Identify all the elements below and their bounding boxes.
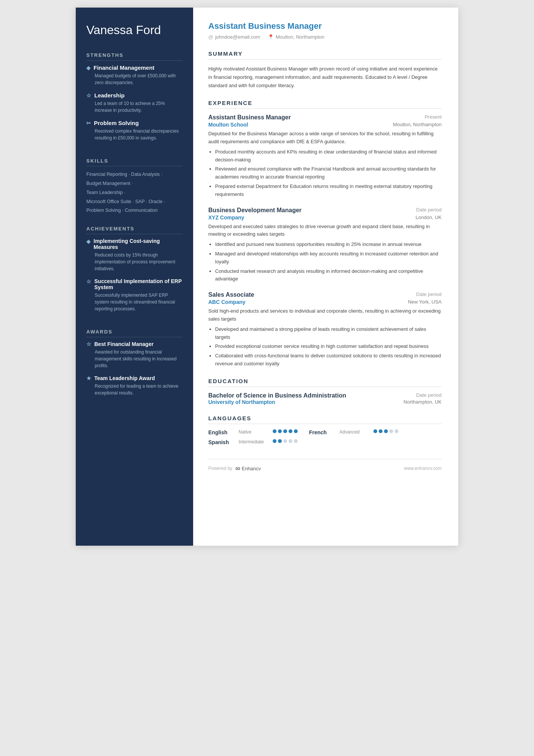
footer-url: www.enhancv.com: [404, 466, 442, 471]
dot-f3: [384, 429, 388, 433]
achievement-item-2: ☆ Successful Implementation of ERP Syste…: [86, 278, 183, 312]
exp-company-3: ABC Company: [208, 299, 245, 305]
exp-header-1: Assistant Business Manager Present: [208, 114, 442, 121]
exp-desc-3: Sold high-end products and services to i…: [208, 307, 442, 323]
exp-location-3: New York, USA: [408, 299, 442, 305]
edu-school-1: University of Northampton: [208, 399, 275, 405]
leadership-icon: ☆: [86, 92, 91, 99]
achievements-section: ACHIEVEMENTS ◆ Implementing Cost-saving …: [86, 226, 183, 318]
exp-entry-3: Sales Associate Date period ABC Company …: [208, 291, 442, 368]
edu-entry-1: Bachelor of Science in Business Administ…: [208, 392, 442, 405]
exp-entry-2: Business Development Manager Date period…: [208, 207, 442, 283]
edu-header-1: Bachelor of Science in Business Administ…: [208, 392, 442, 399]
dot-s5: [294, 439, 298, 443]
location-contact: 📍 Moulton, Northampton: [268, 34, 325, 40]
strength-item-1: ◆ Financial Management Managed budgets o…: [86, 64, 183, 86]
lang-level-spanish: Intermediate: [239, 439, 273, 445]
skills-line-5: Problem Solving · Communication: [86, 208, 158, 213]
exp-bullet-3-2: Provided exceptional customer service re…: [215, 343, 442, 351]
financial-icon: ◆: [86, 65, 91, 71]
exp-bullet-2-2: Managed and developed relationships with…: [215, 250, 442, 266]
powered-by: Powered by ∞ Enhancv: [208, 465, 261, 473]
strength-title-3: Problem Solving: [94, 120, 139, 126]
education-section: EDUCATION Bachelor of Science in Busines…: [208, 378, 442, 405]
dot-e2: [278, 429, 282, 433]
experience-section: EXPERIENCE Assistant Business Manager Pr…: [208, 100, 442, 368]
award-item-1: ☆ Best Financial Manager Awarded for out…: [86, 341, 183, 369]
strength-title-1: Financial Management: [94, 64, 155, 71]
award-title-2: Team Leadership Award: [94, 375, 155, 381]
lang-name-english: English: [208, 429, 239, 435]
skills-line-2: Budget Management ·: [86, 181, 133, 186]
brand-name: Enhancv: [242, 466, 261, 471]
candidate-name: Vanessa Ford: [86, 23, 183, 37]
awards-title: AWARDS: [86, 329, 183, 337]
problem-solving-icon: ✂: [86, 120, 91, 126]
dot-f5: [395, 429, 398, 433]
strength-title-2: Leadership: [94, 92, 125, 99]
skills-line-4: Microsoft Office Suite · SAP · Oracle ·: [86, 199, 165, 204]
achievement-icon-1: ◆: [86, 238, 91, 244]
strengths-title: STRENGTHS: [86, 52, 183, 61]
achievement-title-2: Successful Implementation of ERP System: [94, 278, 183, 290]
education-title: EDUCATION: [208, 378, 442, 387]
edu-location-1: Northampton, UK: [404, 399, 442, 405]
dot-s1: [273, 439, 276, 443]
infinity-icon: ∞: [235, 465, 240, 473]
exp-bullets-3: Developed and maintained a strong pipeli…: [208, 326, 442, 368]
location-text: Moulton, Northampton: [276, 34, 325, 40]
footer-bar: Powered by ∞ Enhancv www.enhancv.com: [208, 459, 442, 473]
exp-header-3: Sales Associate Date period: [208, 291, 442, 298]
exp-location-1: Moulton, Northampton: [393, 122, 442, 127]
exp-bullet-2-3: Conducted market research and analysis r…: [215, 268, 442, 283]
lang-dots-spanish: [273, 439, 298, 445]
award-desc-2: Recognized for leading a team to achieve…: [86, 383, 183, 396]
lang-dots-english: [273, 429, 298, 435]
dot-e1: [273, 429, 276, 433]
exp-title-1: Assistant Business Manager: [208, 114, 291, 121]
achievement-item-1: ◆ Implementing Cost-saving Measures Redu…: [86, 238, 183, 272]
lang-name-french: French: [309, 429, 339, 435]
skills-title: SKILLS: [86, 158, 183, 166]
exp-date-1: Present: [425, 114, 442, 120]
exp-company-row-2: XYZ Company London, UK: [208, 214, 442, 221]
languages-title: LANGUAGES: [208, 415, 442, 424]
exp-company-row-3: ABC Company New York, USA: [208, 299, 442, 305]
enhancv-logo: ∞ Enhancv: [235, 465, 261, 473]
lang-dots-french: [373, 429, 398, 435]
strength-desc-3: Resolved complex financial discrepancies…: [86, 128, 183, 141]
dot-f1: [373, 429, 377, 433]
exp-bullets-1: Produced monthly accounts and KPIs resul…: [208, 148, 442, 199]
languages-grid: English Native French Advanced: [208, 429, 442, 449]
exp-company-2: XYZ Company: [208, 214, 244, 221]
lang-level-french: Advanced: [339, 429, 373, 435]
exp-date-2: Date period: [416, 207, 442, 213]
dot-s4: [289, 439, 292, 443]
exp-entry-1: Assistant Business Manager Present Moult…: [208, 114, 442, 198]
exp-desc-2: Developed and executed sales strategies …: [208, 223, 442, 239]
lang-level-english: Native: [239, 429, 273, 435]
strength-desc-2: Led a team of 10 to achieve a 25% increa…: [86, 100, 183, 114]
strength-item-2: ☆ Leadership Led a team of 10 to achieve…: [86, 92, 183, 114]
exp-company-1: Moulton School: [208, 122, 248, 128]
skills-text: Financial Reporting · Data Analysis · Bu…: [86, 170, 183, 215]
awards-section: AWARDS ☆ Best Financial Manager Awarded …: [86, 329, 183, 402]
edu-school-row-1: University of Northampton Northampton, U…: [208, 399, 442, 405]
achievement-icon-2: ☆: [86, 279, 91, 285]
summary-title: SUMMARY: [208, 50, 442, 59]
dot-e3: [283, 429, 287, 433]
exp-bullets-2: Identified and pursued new business oppo…: [208, 241, 442, 283]
contact-row: @ johndoe@email.com 📍 Moulton, Northampt…: [208, 34, 442, 40]
skills-line-1: Financial Reporting · Data Analysis ·: [86, 172, 162, 177]
exp-bullet-1-1: Produced monthly accounts and KPIs resul…: [215, 148, 442, 164]
skills-line-3: Team Leadership ·: [86, 190, 125, 195]
exp-bullet-2-1: Identified and pursued new business oppo…: [215, 241, 442, 249]
exp-bullet-3-3: Collaborated with cross-functional teams…: [215, 352, 442, 368]
dot-f2: [379, 429, 383, 433]
achievement-desc-2: Successfully implemented SAP ERP system …: [86, 292, 183, 312]
achievement-desc-1: Reduced costs by 15% through implementat…: [86, 252, 183, 272]
dot-s2: [278, 439, 282, 443]
languages-section: LANGUAGES English Native French Advanced: [208, 415, 442, 449]
award-item-2: ★ Team Leadership Award Recognized for l…: [86, 375, 183, 396]
dot-s3: [283, 439, 287, 443]
